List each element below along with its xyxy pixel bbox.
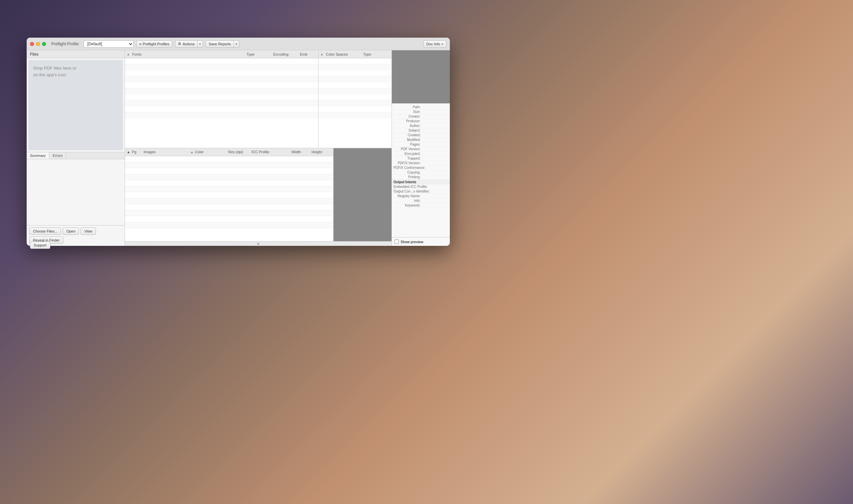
preflight-profiles-button[interactable]: Preflight Profiles xyxy=(136,40,173,48)
actions-main[interactable]: Actions xyxy=(175,41,197,47)
close-button[interactable] xyxy=(30,42,34,46)
subject-value xyxy=(422,129,448,132)
table-row[interactable] xyxy=(319,70,392,76)
keywords-label: Keywords: xyxy=(393,203,422,207)
table-row[interactable] xyxy=(125,210,333,216)
minimize-button[interactable] xyxy=(36,42,40,46)
pdfversion-value xyxy=(422,147,448,151)
table-row[interactable] xyxy=(125,156,333,162)
emb-col-header[interactable]: Emb xyxy=(300,52,317,56)
fonts-table-body xyxy=(125,58,318,148)
pdfversion-label: PDF Version: xyxy=(393,147,422,151)
table-row[interactable] xyxy=(125,198,333,204)
output-con-label: Output Con...n Identifier: xyxy=(393,190,431,193)
table-row[interactable] xyxy=(125,100,318,106)
info-row-output-con: Output Con...n Identifier: xyxy=(392,189,450,194)
table-row[interactable] xyxy=(319,58,392,64)
pg-col-header[interactable]: Pg xyxy=(132,150,142,154)
titlebar: Preflight Profile: [Default] Preflight P… xyxy=(26,38,450,50)
table-row[interactable] xyxy=(125,88,318,94)
table-row[interactable] xyxy=(319,76,392,82)
table-row[interactable] xyxy=(319,100,392,106)
choose-files-button[interactable]: Choose Files... xyxy=(29,228,61,235)
table-row[interactable] xyxy=(319,112,392,118)
encrypted-value xyxy=(422,152,448,156)
save-reports-main[interactable]: Save Reports xyxy=(206,41,234,47)
view-button[interactable]: View xyxy=(81,228,96,235)
size-label: Size: xyxy=(393,110,422,113)
table-row[interactable] xyxy=(319,64,392,70)
drop-zone[interactable]: Drop PDF files here or on the app's icon xyxy=(28,60,123,150)
images-col-header[interactable]: Images xyxy=(142,150,190,154)
errors-tab[interactable]: Errors xyxy=(49,152,66,159)
res-col-header[interactable]: Res (dpi) xyxy=(228,150,252,154)
doc-info-button[interactable]: Doc Info xyxy=(424,40,446,48)
trapped-label: Trapped: xyxy=(393,157,422,160)
table-row[interactable] xyxy=(125,222,333,228)
table-row[interactable] xyxy=(125,168,333,174)
cs-type-col-header[interactable]: Type xyxy=(363,52,390,56)
table-row[interactable] xyxy=(125,216,333,222)
chevron-down-icon2 xyxy=(235,42,237,46)
registry-value xyxy=(422,194,448,198)
table-row[interactable] xyxy=(125,162,333,168)
info-row-info: Info: xyxy=(392,199,450,203)
btn-row-1: Choose Files... Open View xyxy=(29,228,122,235)
icc-col-header[interactable]: ICC Profile xyxy=(252,150,291,154)
pages-value xyxy=(422,143,448,146)
info-row-trapped: Trapped: xyxy=(392,156,450,161)
actions-dropdown-arrow[interactable] xyxy=(197,41,202,47)
images-panel: ▲ Pg Images ▲ Color Res (dpi) ICC Profil… xyxy=(125,148,392,241)
drop-text: Drop PDF files here or on the app's icon xyxy=(33,65,76,78)
table-row[interactable] xyxy=(125,112,318,118)
height-col-header[interactable]: Height xyxy=(312,150,332,154)
width-col-header[interactable]: Width xyxy=(291,150,312,154)
color-col-header[interactable]: Color xyxy=(195,150,228,154)
save-reports-button[interactable]: Save Reports xyxy=(206,40,239,48)
table-row[interactable] xyxy=(319,94,392,100)
table-row[interactable] xyxy=(125,186,333,192)
show-preview-checkbox[interactable] xyxy=(394,239,399,244)
table-row[interactable] xyxy=(319,106,392,112)
table-row[interactable] xyxy=(125,58,318,64)
table-row[interactable] xyxy=(125,106,318,112)
support-button[interactable]: Support xyxy=(30,241,50,249)
icc-label: Embedded ICC Profile: xyxy=(393,185,429,188)
preflight-profiles-label: Preflight Profiles xyxy=(143,42,169,46)
fonts-col-header[interactable]: Fonts xyxy=(130,52,247,56)
info-row-created: Created: xyxy=(392,133,450,138)
type-col-header[interactable]: Type xyxy=(247,52,273,56)
cs-col-header[interactable]: Color Spaces xyxy=(324,52,363,56)
table-row[interactable] xyxy=(125,174,333,180)
table-row[interactable] xyxy=(125,64,318,70)
info-row-registry: Registry Name: xyxy=(392,194,450,199)
output-intents-section: Output Intents xyxy=(392,180,450,184)
output-con-value xyxy=(431,190,448,193)
info-field-label: Info: xyxy=(393,199,422,202)
info-row-producer: Producer: xyxy=(392,119,450,124)
summary-tab[interactable]: Summary xyxy=(26,152,49,159)
printing-value xyxy=(422,175,448,179)
actions-button[interactable]: Actions xyxy=(175,40,203,48)
table-row[interactable] xyxy=(125,70,318,76)
table-row[interactable] xyxy=(125,82,318,88)
created-value xyxy=(422,133,448,137)
show-preview-label: Show preview xyxy=(401,240,423,244)
table-row[interactable] xyxy=(125,180,333,186)
encoding-col-header[interactable]: Encoding xyxy=(273,52,300,56)
table-row[interactable] xyxy=(125,76,318,82)
table-row[interactable] xyxy=(125,192,333,198)
info-row-copying: Copying: xyxy=(392,170,450,175)
files-title: Files xyxy=(30,52,38,57)
files-upper: Drop PDF files here or on the app's icon xyxy=(26,58,125,152)
maximize-button[interactable] xyxy=(42,42,46,46)
save-reports-dropdown-arrow[interactable] xyxy=(234,41,239,47)
open-button[interactable]: Open xyxy=(63,228,79,235)
table-row[interactable] xyxy=(319,88,392,94)
table-row[interactable] xyxy=(125,94,318,100)
fonts-sort-icon: ▲ xyxy=(127,52,130,56)
profile-select[interactable]: [Default] xyxy=(84,40,134,48)
table-row[interactable] xyxy=(125,204,333,210)
bottom-scrollbar[interactable] xyxy=(125,241,392,246)
table-row[interactable] xyxy=(319,82,392,88)
